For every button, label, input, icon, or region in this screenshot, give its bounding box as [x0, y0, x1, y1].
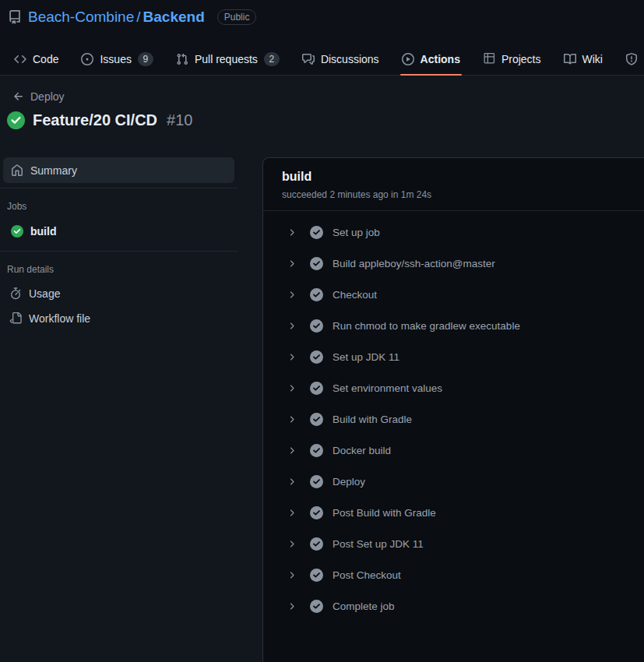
step-row[interactable]: Deploy: [263, 466, 644, 497]
step-row[interactable]: Checkout: [263, 279, 644, 310]
step-label: Set up job: [333, 227, 380, 238]
step-label: Post Set up JDK 11: [333, 538, 424, 550]
job-panel-header: build succeeded 2 minutes ago in 1m 24s: [263, 158, 644, 211]
actions-play-icon: [402, 53, 414, 65]
step-row[interactable]: Set environment values: [263, 372, 644, 403]
chevron-right-icon: [287, 445, 297, 456]
step-row[interactable]: Post Build with Gradle: [263, 497, 644, 528]
code-icon: [14, 53, 26, 65]
chevron-right-icon: [287, 259, 297, 269]
workflow-file-label: Workflow file: [29, 312, 90, 325]
step-success-check-icon: [310, 350, 323, 364]
chevron-right-icon: [287, 539, 297, 549]
steps-list: Set up job Build appleboy/ssh-action@mas…: [263, 211, 644, 622]
tab-label: Code: [33, 53, 58, 65]
tab-discussions[interactable]: Discussions: [294, 43, 387, 75]
back-to-workflow-link[interactable]: Deploy: [12, 90, 65, 103]
step-row[interactable]: Run chmod to make gradlew executable: [263, 310, 644, 341]
stopwatch-icon: [9, 287, 22, 300]
run-details-heading: Run details: [0, 252, 238, 281]
chevron-right-icon: [287, 321, 297, 331]
arrow-left-icon: [12, 90, 25, 103]
pull-requests-count-badge: 2: [264, 52, 280, 66]
tab-label: Pull requests: [195, 53, 258, 65]
step-success-check-icon: [310, 288, 323, 301]
tab-label: Projects: [501, 53, 541, 65]
step-label: Complete job: [333, 600, 395, 612]
step-label: Run chmod to make gradlew executable: [333, 320, 520, 332]
security-shield-icon: [625, 53, 638, 65]
home-icon: [11, 164, 23, 177]
visibility-badge: Public: [217, 9, 257, 25]
chevron-right-icon: [287, 352, 297, 362]
wiki-book-icon: [564, 53, 576, 65]
tab-security[interactable]: Security: [618, 43, 644, 75]
tab-issues[interactable]: Issues 9: [73, 43, 160, 75]
sidebar-item-workflow-file[interactable]: Workflow file: [0, 306, 238, 331]
run-sidebar: Summary Jobs build Run details Usage Wor…: [0, 157, 238, 331]
step-row[interactable]: Build with Gradle: [263, 403, 644, 435]
step-success-check-icon: [310, 226, 323, 239]
tab-label: Wiki: [582, 53, 603, 65]
step-label: Deploy: [333, 476, 365, 488]
tab-wiki[interactable]: Wiki: [556, 43, 611, 75]
step-label: Build appleboy/ssh-action@master: [333, 258, 495, 269]
job-title: build: [282, 170, 630, 184]
tab-label: Discussions: [321, 53, 379, 65]
step-label: Set up JDK 11: [333, 351, 399, 363]
chevron-right-icon: [287, 477, 297, 487]
tab-projects[interactable]: Projects: [475, 43, 549, 75]
workflow-file-icon: [9, 312, 22, 325]
repo-title-row: Beach-Combine/Backend Public: [0, 0, 644, 27]
step-success-check-icon: [310, 475, 323, 488]
run-title: Feature/20 CI/CD: [33, 111, 157, 129]
step-success-check-icon: [310, 569, 323, 582]
step-label: Set environment values: [333, 382, 442, 394]
step-row[interactable]: Post Checkout: [263, 559, 644, 590]
step-row[interactable]: Docker build: [263, 435, 644, 466]
usage-label: Usage: [29, 287, 60, 300]
issue-opened-icon: [81, 53, 93, 65]
breadcrumb-separator: /: [134, 9, 143, 25]
step-row[interactable]: Post Set up JDK 11: [263, 528, 644, 559]
chevron-right-icon: [287, 601, 297, 611]
job-status-line: succeeded 2 minutes ago in 1m 24s: [282, 189, 630, 200]
step-row[interactable]: Complete job: [263, 590, 644, 622]
step-row[interactable]: Set up job: [263, 217, 644, 248]
breadcrumb: Beach-Combine/Backend: [28, 7, 205, 27]
repo-owner-link[interactable]: Beach-Combine: [28, 9, 134, 25]
chevron-right-icon: [287, 227, 297, 238]
chevron-right-icon: [287, 508, 297, 518]
tab-actions[interactable]: Actions: [394, 43, 468, 75]
sidebar-item-usage[interactable]: Usage: [0, 281, 238, 306]
sidebar-summary-label: Summary: [30, 164, 77, 177]
run-number: #10: [167, 111, 192, 129]
jobs-section-heading: Jobs: [0, 188, 238, 218]
run-success-check-icon: [7, 111, 25, 129]
tab-label: Actions: [421, 53, 460, 65]
step-label: Post Checkout: [333, 569, 401, 581]
run-title-row: Feature/20 CI/CD #10: [7, 111, 192, 129]
step-success-check-icon: [310, 537, 323, 551]
repo-nav-tabs: Code Issues 9 Pull requests 2 Discussion…: [6, 43, 644, 75]
step-row[interactable]: Build appleboy/ssh-action@master: [263, 248, 644, 279]
chevron-right-icon: [287, 383, 297, 393]
issues-count-badge: 9: [138, 52, 153, 66]
step-success-check-icon: [310, 600, 323, 613]
step-label: Docker build: [333, 445, 391, 456]
sidebar-job-build[interactable]: build: [3, 218, 234, 244]
git-pull-request-icon: [176, 53, 188, 65]
projects-icon: [483, 53, 495, 65]
sidebar-item-summary[interactable]: Summary: [3, 157, 234, 183]
site-header: Beach-Combine/Backend Public Code Issues…: [0, 0, 644, 76]
step-label: Post Build with Gradle: [333, 507, 436, 519]
step-row[interactable]: Set up JDK 11: [263, 341, 644, 372]
repo-name-link[interactable]: Backend: [143, 9, 205, 25]
tab-code[interactable]: Code: [6, 43, 66, 75]
chevron-right-icon: [287, 414, 297, 424]
job-log-panel: build succeeded 2 minutes ago in 1m 24s …: [262, 157, 644, 662]
step-success-check-icon: [310, 382, 323, 395]
discussions-icon: [302, 53, 315, 65]
step-success-check-icon: [310, 413, 323, 426]
tab-pull-requests[interactable]: Pull requests 2: [168, 43, 287, 75]
